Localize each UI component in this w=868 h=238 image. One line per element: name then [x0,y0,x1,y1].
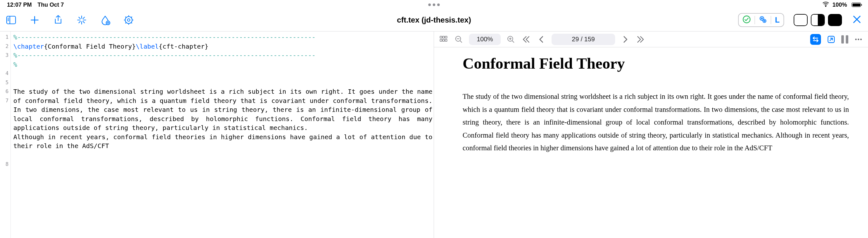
preview-document[interactable]: Conformal Field Theory The study of the … [434,47,868,238]
settings-gear-icon[interactable] [123,14,134,25]
next-page-icon[interactable] [620,34,630,44]
lineno: 1 [0,33,8,42]
theme-dark-button[interactable] [828,14,842,26]
pause-columns-icon[interactable] [841,35,848,43]
ipad-status-bar: 12:07 PM Thu Oct 7 100% [0,0,868,9]
svg-rect-36 [440,36,442,38]
app-toolbar: cft.tex (jd-thesis.tex) L [0,9,868,31]
code-line: %---------------------------------------… [13,52,315,59]
ink-add-icon[interactable] [100,14,111,25]
svg-line-13 [83,21,85,23]
svg-line-52 [830,38,832,41]
page-indicator-value: 29 / 159 [572,36,595,43]
check-ok-icon [743,15,751,25]
svg-point-53 [855,38,857,40]
svg-point-54 [858,38,860,40]
svg-point-32 [763,19,766,23]
svg-line-27 [131,17,132,18]
open-external-icon[interactable] [826,34,836,44]
page-indicator-box[interactable]: 29 / 159 [552,34,615,45]
svg-line-25 [125,17,126,18]
code-line: The study of the two dimensional string … [13,88,436,131]
svg-rect-39 [440,39,442,41]
svg-point-55 [860,38,862,40]
svg-point-31 [761,18,763,19]
status-date: Thu Oct 7 [37,2,64,8]
svg-line-12 [79,17,81,19]
lineno: 4 [0,69,8,78]
svg-rect-41 [445,39,447,41]
code-token-cmd: \chapter [13,42,44,50]
svg-line-15 [79,21,81,23]
lineno: 7 [0,96,8,160]
lineno: 8 [0,160,8,169]
code-token-cmd: \label [136,42,159,50]
code-editor[interactable]: %---------------------------------------… [11,31,434,238]
sidebar-toggle-icon[interactable] [6,14,17,25]
svg-rect-37 [442,36,444,38]
preview-pane: 100% 29 / 159 [434,31,868,238]
compile-status-pill[interactable]: L [738,13,784,27]
svg-point-20 [127,19,130,21]
prev-page-icon[interactable] [536,34,547,44]
code-line: % [13,61,17,68]
thumbnails-icon[interactable] [438,34,448,44]
svg-line-14 [83,17,85,19]
zoom-out-icon[interactable] [454,34,464,44]
last-page-icon[interactable] [636,34,646,44]
editor-pane: 1 2 3 4 5 6 7 8 %-----------------------… [0,31,434,238]
zoom-in-icon[interactable] [506,34,516,44]
wifi-icon [822,1,829,9]
svg-rect-1 [7,16,16,24]
svg-line-28 [125,23,126,23]
svg-point-0 [826,6,826,6]
status-time: 12:07 PM [7,2,32,8]
lineno: 2 [0,42,8,51]
add-icon[interactable] [29,14,40,25]
code-line: Although in recent years, conformal fiel… [13,133,436,150]
line-number-gutter: 1 2 3 4 5 6 7 8 [0,31,11,238]
zoom-level-box[interactable]: 100% [469,34,501,45]
svg-point-33 [764,20,765,21]
compile-gear-icon[interactable] [759,15,767,25]
svg-line-46 [512,41,514,42]
first-page-icon[interactable] [521,34,531,44]
close-icon[interactable] [851,14,862,26]
battery-icon [850,3,861,7]
battery-percent: 100% [832,2,847,8]
compile-mode-letter[interactable]: L [775,16,780,25]
share-icon[interactable] [53,14,64,25]
zoom-level-value: 100% [476,36,493,43]
more-icon[interactable] [854,34,864,44]
svg-line-43 [460,41,462,42]
preview-toolbar: 100% 29 / 159 [434,31,868,47]
lineno: 3 [0,51,8,69]
sync-swap-button[interactable] [810,34,821,45]
theme-toggle-group [794,14,842,26]
theme-split-button[interactable] [811,14,825,26]
theme-light-button[interactable] [794,14,808,26]
lineno: 6 [0,87,8,96]
code-token: {Conformal Field Theory} [44,42,136,50]
magic-icon[interactable] [76,14,87,25]
preview-paragraph: The study of the two dimensional string … [463,90,849,155]
svg-rect-40 [442,39,444,41]
code-line: %---------------------------------------… [13,33,315,41]
svg-rect-38 [445,36,447,38]
lineno: 5 [0,78,8,87]
svg-line-26 [131,23,132,23]
multitask-dots[interactable] [428,3,440,6]
preview-heading: Conformal Field Theory [463,54,849,72]
code-token: {cft-chapter} [159,42,209,50]
